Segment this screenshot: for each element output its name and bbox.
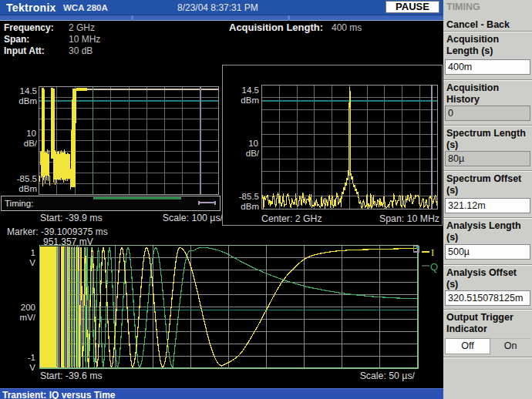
svg-text:Frequency:: Frequency:: [4, 22, 54, 33]
svg-text:Span:: Span:: [4, 34, 29, 45]
svg-text:10: 10: [248, 139, 258, 148]
svg-text:V: V: [29, 363, 35, 372]
svg-text:200: 200: [21, 303, 35, 312]
svg-text:10 MHz: 10 MHz: [69, 34, 100, 45]
svg-text:mV/: mV/: [20, 313, 36, 322]
svg-text:dB/: dB/: [24, 139, 38, 148]
svg-text:10: 10: [26, 129, 36, 138]
svg-text:Timing:: Timing:: [5, 199, 33, 208]
svg-text:2 GHz: 2 GHz: [69, 22, 95, 33]
svg-text:-1: -1: [28, 353, 35, 362]
svg-text:Acquisition Length:: Acquisition Length:: [229, 22, 323, 33]
svg-text:14.5: 14.5: [242, 86, 259, 95]
svg-text:dBm: dBm: [19, 184, 37, 193]
svg-text:-85.5: -85.5: [17, 174, 37, 183]
svg-text:dBm: dBm: [19, 96, 37, 106]
svg-text:1: 1: [31, 248, 35, 257]
svg-text:Span: 10 MHz: Span: 10 MHz: [379, 213, 439, 224]
svg-text:Center: 2 GHz: Center: 2 GHz: [261, 213, 322, 224]
svg-text:30 dB: 30 dB: [69, 45, 93, 56]
svg-text:400 ms: 400 ms: [332, 22, 362, 33]
svg-text:dBm: dBm: [241, 202, 259, 211]
svg-text:dBm: dBm: [241, 96, 259, 105]
svg-text:I: I: [431, 247, 434, 258]
svg-text:dB/: dB/: [246, 149, 260, 158]
svg-text:Input Att:: Input Att:: [4, 45, 45, 56]
svg-text:-85.5: -85.5: [239, 192, 259, 201]
svg-text:Scale: 50 µs/: Scale: 50 µs/: [360, 370, 416, 381]
svg-text:Scale: 100 µs/: Scale: 100 µs/: [163, 213, 224, 223]
svg-text:Start: -39.6 ms: Start: -39.6 ms: [40, 370, 103, 381]
svg-text:Q: Q: [430, 261, 438, 273]
svg-text:Start: -39.9 ms: Start: -39.9 ms: [40, 213, 103, 223]
svg-text:14.5: 14.5: [20, 86, 37, 96]
svg-text:Marker: -39.1009375 ms: Marker: -39.1009375 ms: [7, 226, 108, 237]
svg-text:V: V: [29, 258, 35, 267]
